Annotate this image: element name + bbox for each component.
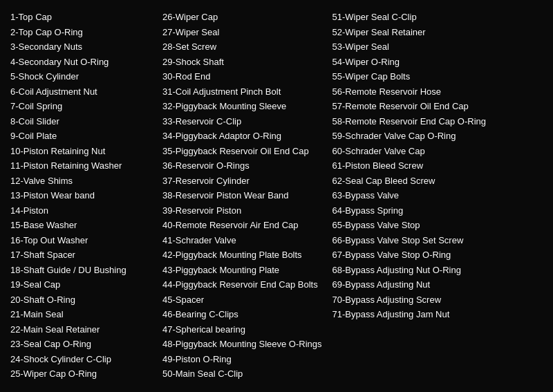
column-1: 1-Top Cap2-Top Cap O-Ring3-Secondary Nut…	[10, 10, 162, 381]
list-item: 42-Piggyback Mounting Plate Bolts	[162, 248, 322, 262]
list-item: 13-Piston Wear band	[10, 189, 152, 203]
list-item: 28-Set Screw	[162, 40, 322, 54]
list-item: 20-Shaft O-Ring	[10, 293, 152, 307]
list-item: 23-Seal Cap O-Ring	[10, 337, 152, 351]
column-2: 26-Wiper Cap27-Wiper Seal28-Set Screw29-…	[162, 10, 332, 381]
list-item: 47-Spherical bearing	[162, 323, 322, 337]
list-item: 63-Bypass Valve	[332, 189, 487, 203]
list-item: 36-Reservoir O-Rings	[162, 159, 322, 173]
list-item: 48-Piggyback Mounting Sleeve O-Rings	[162, 337, 322, 351]
list-item: 51-Wiper Seal C-Clip	[332, 10, 487, 24]
list-item: 26-Wiper Cap	[162, 10, 322, 24]
list-item: 57-Remote Reservoir Oil End Cap	[332, 100, 487, 113]
list-item: 65-Bypass Valve Stop	[332, 218, 487, 232]
list-item: 16-Top Out Washer	[10, 234, 152, 248]
list-item: 10-Piston Retaining Nut	[10, 144, 152, 158]
list-item: 54-Wiper O-Ring	[332, 55, 487, 69]
list-item: 9-Coil Plate	[10, 129, 152, 143]
list-item: 60-Schrader Valve Cap	[332, 144, 487, 158]
list-item: 31-Coil Adjustment Pinch Bolt	[162, 85, 322, 99]
list-item: 32-Piggyback Mounting Sleeve	[162, 100, 322, 113]
list-item: 70-Bypass Adjusting Screw	[332, 293, 487, 307]
list-item: 62-Seal Cap Bleed Screw	[332, 174, 487, 188]
list-item: 37-Reservoir Cylinder	[162, 174, 322, 188]
list-item: 21-Main Seal	[10, 308, 152, 321]
list-item: 19-Seal Cap	[10, 278, 152, 292]
list-item: 66-Bypass Valve Stop Set Screw	[332, 234, 487, 248]
list-item: 40-Remote Reservoir Air End Cap	[162, 218, 322, 232]
list-item: 1-Top Cap	[10, 10, 152, 24]
list-item: 4-Secondary Nut O-Ring	[10, 55, 152, 69]
list-item: 46-Bearing C-Clips	[162, 308, 322, 321]
list-item: 56-Remote Reservoir Hose	[332, 85, 487, 99]
list-item: 27-Wiper Seal	[162, 26, 322, 39]
list-item: 61-Piston Bleed Screw	[332, 159, 487, 173]
list-item: 2-Top Cap O-Ring	[10, 26, 152, 39]
list-item: 7-Coil Spring	[10, 100, 152, 113]
parts-list: 1-Top Cap2-Top Cap O-Ring3-Secondary Nut…	[10, 10, 543, 381]
list-item: 44-Piggyback Reservoir End Cap Bolts	[162, 278, 322, 292]
list-item: 50-Main Seal C-Clip	[162, 367, 322, 381]
list-item: 17-Shaft Spacer	[10, 248, 152, 262]
column-3: 51-Wiper Seal C-Clip52-Wiper Seal Retain…	[332, 10, 497, 381]
list-item: 3-Secondary Nuts	[10, 40, 152, 54]
list-item: 24-Shock Cylinder C-Clip	[10, 353, 152, 366]
list-item: 8-Coil Slider	[10, 115, 152, 129]
list-item: 22-Main Seal Retainer	[10, 323, 152, 337]
list-item: 52-Wiper Seal Retainer	[332, 26, 487, 39]
list-item: 11-Piston Retaining Washer	[10, 159, 152, 173]
list-item: 41-Schrader Valve	[162, 234, 322, 248]
list-item: 30-Rod End	[162, 70, 322, 84]
list-item: 68-Bypass Adjusting Nut O-Ring	[332, 263, 487, 277]
list-item: 67-Bypass Valve Stop O-Ring	[332, 248, 487, 262]
list-item: 34-Piggyback Adaptor O-Ring	[162, 129, 322, 143]
list-item: 5-Shock Cylinder	[10, 70, 152, 84]
list-item: 14-Piston	[10, 204, 152, 218]
list-item: 55-Wiper Cap Bolts	[332, 70, 487, 84]
list-item: 12-Valve Shims	[10, 174, 152, 188]
list-item: 6-Coil Adjustment Nut	[10, 85, 152, 99]
list-item: 15-Base Washer	[10, 218, 152, 232]
list-item: 45-Spacer	[162, 293, 322, 307]
list-item: 38-Reservoir Piston Wear Band	[162, 189, 322, 203]
list-item: 71-Bypass Adjusting Jam Nut	[332, 308, 487, 321]
list-item: 49-Piston O-Ring	[162, 353, 322, 366]
list-item: 69-Bypass Adjusting Nut	[332, 278, 487, 292]
list-item: 18-Shaft Guide / DU Bushing	[10, 263, 152, 277]
list-item: 29-Shock Shaft	[162, 55, 322, 69]
list-item: 58-Remote Reservoir End Cap O-Ring	[332, 115, 487, 129]
list-item: 43-Piggyback Mounting Plate	[162, 263, 322, 277]
list-item: 33-Reservoir C-Clip	[162, 115, 322, 129]
list-item: 59-Schrader Valve Cap O-Ring	[332, 129, 487, 143]
list-item: 25-Wiper Cap O-Ring	[10, 367, 152, 381]
list-item: 39-Reservoir Piston	[162, 204, 322, 218]
list-item: 35-Piggyback Reservoir Oil End Cap	[162, 144, 322, 158]
list-item: 53-Wiper Seal	[332, 40, 487, 54]
list-item: 64-Bypass Spring	[332, 204, 487, 218]
